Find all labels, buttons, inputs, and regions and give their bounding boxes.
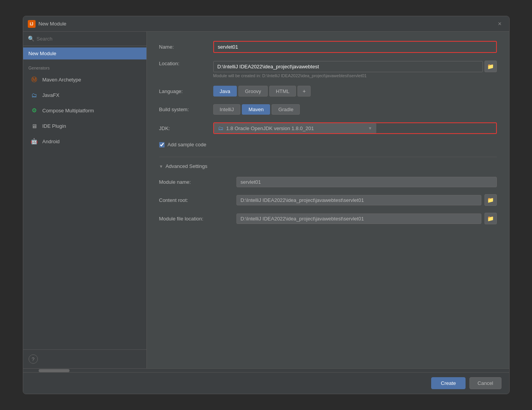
- jdk-folder-icon: 🗂: [218, 125, 223, 131]
- app-icon: IJ: [28, 20, 36, 28]
- module-name-row: Module name:: [159, 177, 497, 187]
- name-row: Name:: [159, 41, 497, 53]
- maven-icon: Ⓜ: [30, 75, 39, 84]
- content-root-input[interactable]: [236, 195, 481, 205]
- sidebar-item-android[interactable]: 🤖 Android: [25, 134, 145, 149]
- compose-label: Compose Multiplatform: [42, 108, 94, 114]
- location-input[interactable]: [213, 61, 483, 72]
- sidebar-item-javafx[interactable]: 🗂 JavaFX: [25, 88, 145, 102]
- main-content: Name: Location: 📁 Module will be created…: [147, 32, 509, 368]
- content-root-browse-button[interactable]: 📁: [484, 194, 497, 206]
- jdk-dropdown-arrow: ▼: [368, 126, 372, 130]
- android-label: Android: [42, 139, 60, 144]
- module-file-location-browse-button[interactable]: 📁: [484, 213, 497, 224]
- advanced-settings-toggle[interactable]: ▼ Advanced Settings: [159, 163, 497, 169]
- name-label: Name:: [159, 44, 213, 50]
- sample-code-checkbox[interactable]: [159, 142, 165, 147]
- build-system-label: Build system:: [159, 107, 213, 112]
- jdk-selector-container: 🗂 1.8 Oracle OpenJDK version 1.8.0_201 ▼: [213, 122, 497, 134]
- ide-plugin-icon: 🖥: [30, 122, 39, 130]
- jdk-label: JDK:: [159, 125, 213, 131]
- create-button[interactable]: Create: [431, 377, 466, 389]
- help-button[interactable]: ?: [29, 354, 38, 364]
- language-buttons: Java Groovy HTML +: [213, 86, 497, 97]
- build-system-buttons: IntelliJ Maven Gradle: [213, 104, 497, 115]
- module-file-location-label: Module file location:: [159, 216, 236, 222]
- dialog-footer: Create Cancel: [23, 372, 509, 394]
- dialog-title: New Module: [39, 21, 66, 27]
- advanced-settings-section: ▼ Advanced Settings Module name: Content…: [159, 157, 497, 224]
- build-system-row: Build system: IntelliJ Maven Gradle: [159, 104, 497, 115]
- location-label: Location:: [159, 61, 213, 66]
- content-root-control: 📁: [236, 194, 497, 206]
- generators-label: Generators: [23, 61, 146, 72]
- module-name-control: [236, 177, 497, 187]
- language-html-button[interactable]: HTML: [269, 86, 296, 97]
- location-field-container: 📁 Module will be created in: D:\IntelliJ…: [213, 61, 497, 78]
- title-bar: IJ New Module ×: [23, 16, 509, 32]
- language-add-button[interactable]: +: [297, 86, 311, 97]
- module-file-location-control: 📁: [236, 213, 497, 224]
- build-maven-button[interactable]: Maven: [242, 104, 270, 115]
- horizontal-scrollbar[interactable]: [23, 368, 509, 372]
- sidebar-search-container: 🔍: [23, 32, 146, 46]
- sample-code-row: Add sample code: [159, 142, 497, 147]
- sidebar-item-ide-plugin[interactable]: 🖥 IDE Plugin: [25, 119, 145, 133]
- module-name-label: Module name:: [159, 179, 236, 185]
- jdk-dropdown[interactable]: 🗂 1.8 Oracle OpenJDK version 1.8.0_201 ▼: [214, 123, 376, 133]
- cancel-button[interactable]: Cancel: [469, 377, 501, 389]
- content-root-label: Content root:: [159, 197, 236, 203]
- close-button[interactable]: ×: [495, 19, 505, 29]
- ide-plugin-label: IDE Plugin: [42, 123, 66, 129]
- language-groovy-button[interactable]: Groovy: [238, 86, 268, 97]
- maven-archetype-label: Maven Archetype: [42, 77, 81, 83]
- dialog-body: 🔍 New Module Generators Ⓜ Maven Archetyp…: [23, 32, 509, 368]
- name-field-container: [213, 41, 497, 53]
- sidebar: 🔍 New Module Generators Ⓜ Maven Archetyp…: [23, 32, 147, 368]
- language-row: Language: Java Groovy HTML +: [159, 86, 497, 97]
- name-input[interactable]: [213, 41, 497, 53]
- module-file-location-input[interactable]: [236, 213, 481, 224]
- jdk-row: JDK: 🗂 1.8 Oracle OpenJDK version 1.8.0_…: [159, 122, 497, 134]
- android-icon: 🤖: [30, 137, 39, 146]
- module-file-location-row: Module file location: 📁: [159, 213, 497, 224]
- module-hint: Module will be created in: D:\IntelliJ I…: [213, 73, 497, 78]
- sidebar-bottom: ?: [23, 349, 146, 368]
- module-name-input[interactable]: [236, 177, 497, 187]
- compose-icon: ⚙: [30, 106, 39, 115]
- language-label: Language:: [159, 88, 213, 94]
- sidebar-item-maven-archetype[interactable]: Ⓜ Maven Archetype: [25, 72, 145, 87]
- javafx-label: JavaFX: [42, 92, 59, 98]
- sidebar-item-compose-multiplatform[interactable]: ⚙ Compose Multiplatform: [25, 103, 145, 118]
- sample-code-label: Add sample code: [168, 142, 206, 147]
- scrollbar-thumb[interactable]: [39, 369, 70, 372]
- advanced-settings-label: Advanced Settings: [165, 163, 207, 169]
- build-intellij-button[interactable]: IntelliJ: [213, 104, 241, 115]
- location-row: Location: 📁 Module will be created in: D…: [159, 61, 497, 78]
- search-icon: 🔍: [28, 36, 34, 42]
- jdk-value: 1.8 Oracle OpenJDK version 1.8.0_201: [226, 125, 365, 131]
- build-gradle-button[interactable]: Gradle: [272, 104, 300, 115]
- advanced-chevron-icon: ▼: [159, 164, 163, 169]
- jdk-selector-highlight: 🗂 1.8 Oracle OpenJDK version 1.8.0_201 ▼: [213, 122, 497, 134]
- content-root-row: Content root: 📁: [159, 194, 497, 206]
- search-input[interactable]: [37, 36, 142, 42]
- javafx-icon: 🗂: [30, 91, 39, 99]
- sidebar-item-new-module[interactable]: New Module: [23, 47, 146, 59]
- location-browse-button[interactable]: 📁: [484, 61, 497, 72]
- new-module-dialog: IJ New Module × 🔍 New Module Generators …: [23, 16, 510, 394]
- language-java-button[interactable]: Java: [213, 86, 237, 97]
